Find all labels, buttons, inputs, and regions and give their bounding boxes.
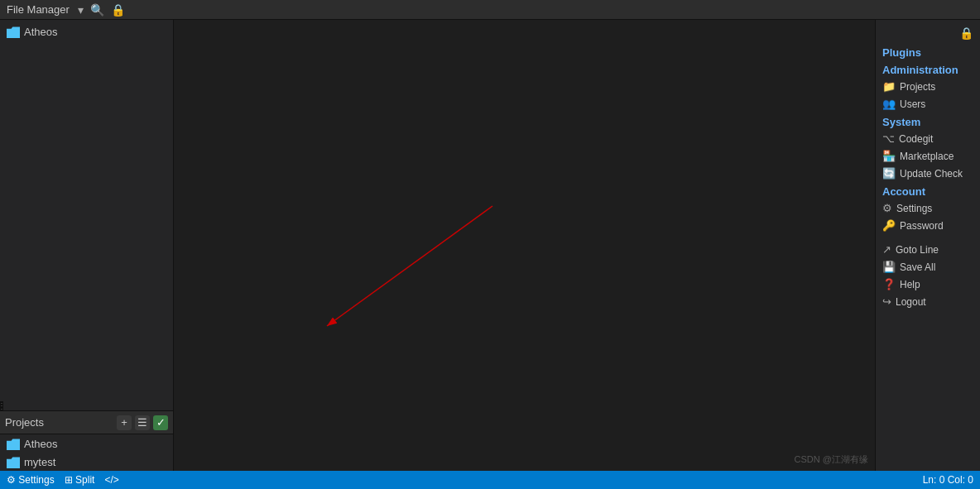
main-layout: Atheos ⋮ Projects + ☰ ✓ xyxy=(0,20,980,471)
panel-item-help[interactable]: ❓ Help xyxy=(876,276,980,293)
status-split[interactable]: ⊞ Split xyxy=(65,474,95,486)
right-panel-lock-icon: 🔒 xyxy=(876,25,980,43)
add-icon: + xyxy=(121,416,127,429)
plugins-section-title: Plugins xyxy=(876,43,980,60)
panel-item-label: Codegit xyxy=(899,133,933,145)
status-settings[interactable]: ⚙ Settings xyxy=(7,474,55,486)
lock-icon[interactable]: 🔒 xyxy=(111,3,125,17)
projects-add-button[interactable]: + xyxy=(117,415,132,430)
panel-item-marketplace[interactable]: 🏪 Marketplace xyxy=(876,147,980,165)
code-status-label: </> xyxy=(104,474,118,486)
marketplace-icon: 🏪 xyxy=(882,150,896,162)
panel-item-update-check[interactable]: 🔄 Update Check xyxy=(876,165,980,182)
panel-item-label: Marketplace xyxy=(900,151,954,162)
menu-icon: ☰ xyxy=(137,416,147,429)
file-tree: Atheos xyxy=(0,20,173,401)
projects-header: Projects + ☰ ✓ xyxy=(0,411,173,434)
projects-menu-button[interactable]: ☰ xyxy=(135,415,150,430)
folder-icon xyxy=(7,455,20,468)
panel-item-label: Update Check xyxy=(900,168,963,180)
panel-item-label: Settings xyxy=(896,203,932,214)
panel-item-codegit[interactable]: ⌥ Codegit xyxy=(876,130,980,147)
panel-item-logout[interactable]: ↪ Logout xyxy=(876,293,980,310)
panel-item-label: Logout xyxy=(896,296,926,308)
folder-icon xyxy=(7,437,20,450)
administration-section-title: Administration xyxy=(876,60,980,78)
folder-icon xyxy=(7,25,20,38)
codegit-icon: ⌥ xyxy=(882,132,895,145)
project-item-atheos[interactable]: Atheos xyxy=(0,434,173,453)
panel-item-label: Projects xyxy=(900,81,935,93)
save-all-icon: 💾 xyxy=(882,261,896,273)
project-item-mytest[interactable]: mytest xyxy=(0,453,173,471)
tree-item-label: Atheos xyxy=(24,26,57,38)
panel-item-label: Save All xyxy=(900,261,935,273)
projects-icons: + ☰ ✓ xyxy=(117,415,168,430)
top-bar: File Manager ▾ 🔍 🔒 xyxy=(0,0,980,20)
app-title: File Manager xyxy=(7,3,70,16)
panel-item-users[interactable]: 👥 Users xyxy=(876,95,980,113)
users-icon: 👥 xyxy=(882,98,896,110)
panel-divider xyxy=(876,234,980,241)
project-label: Atheos xyxy=(24,438,57,450)
watermark: CSDN @江湖有缘 xyxy=(795,453,868,466)
search-icon[interactable]: 🔍 xyxy=(90,3,104,17)
annotation-arrow xyxy=(174,20,875,471)
panel-item-label: Help xyxy=(900,279,920,290)
projects-section: Projects + ☰ ✓ Atheos xyxy=(0,410,173,471)
panel-item-label: Users xyxy=(900,98,925,110)
password-icon: 🔑 xyxy=(882,219,896,232)
panel-item-goto-line[interactable]: ↗ Goto Line xyxy=(876,241,980,258)
system-section-title: System xyxy=(876,113,980,130)
panel-item-label: Goto Line xyxy=(896,244,939,256)
panel-item-settings[interactable]: ⚙ Settings xyxy=(876,199,980,217)
status-bar-right: Ln: 0 Col: 0 xyxy=(923,474,973,486)
check-icon: ✓ xyxy=(156,416,166,429)
help-icon: ❓ xyxy=(882,278,896,290)
tree-item-atheos[interactable]: Atheos xyxy=(0,23,173,40)
right-panel: 🔒 Plugins Administration 📁 Projects 👥 Us… xyxy=(875,20,980,471)
resize-handle-vertical[interactable]: ⋮ xyxy=(0,401,3,410)
account-section-title: Account xyxy=(876,182,980,199)
logout-icon: ↪ xyxy=(882,295,891,308)
panel-item-projects[interactable]: 📁 Projects xyxy=(876,78,980,95)
status-code[interactable]: </> xyxy=(104,474,118,486)
settings-status-label: ⚙ Settings xyxy=(7,474,55,486)
position-label: Ln: 0 Col: 0 xyxy=(923,474,973,486)
svg-line-1 xyxy=(327,206,492,326)
panel-item-label: Password xyxy=(900,220,944,232)
split-status-label: ⊞ Split xyxy=(65,474,95,486)
status-bar: ⚙ Settings ⊞ Split </> Ln: 0 Col: 0 xyxy=(0,471,980,489)
projects-icon: 📁 xyxy=(882,80,896,93)
left-sidebar: Atheos ⋮ Projects + ☰ ✓ xyxy=(0,20,174,471)
panel-item-password[interactable]: 🔑 Password xyxy=(876,217,980,234)
top-bar-icons: ▾ 🔍 🔒 xyxy=(78,3,125,17)
filter-icon[interactable]: ▾ xyxy=(78,3,84,17)
update-icon: 🔄 xyxy=(882,167,896,180)
status-bar-left: ⚙ Settings ⊞ Split </> xyxy=(7,474,119,486)
goto-line-icon: ↗ xyxy=(882,243,891,256)
project-label: mytest xyxy=(24,456,55,468)
projects-check-button[interactable]: ✓ xyxy=(153,415,168,430)
editor-area[interactable]: CSDN @江湖有缘 xyxy=(174,20,875,471)
settings-icon: ⚙ xyxy=(882,202,892,214)
projects-title: Projects xyxy=(5,416,117,429)
panel-item-save-all[interactable]: 💾 Save All xyxy=(876,258,980,276)
